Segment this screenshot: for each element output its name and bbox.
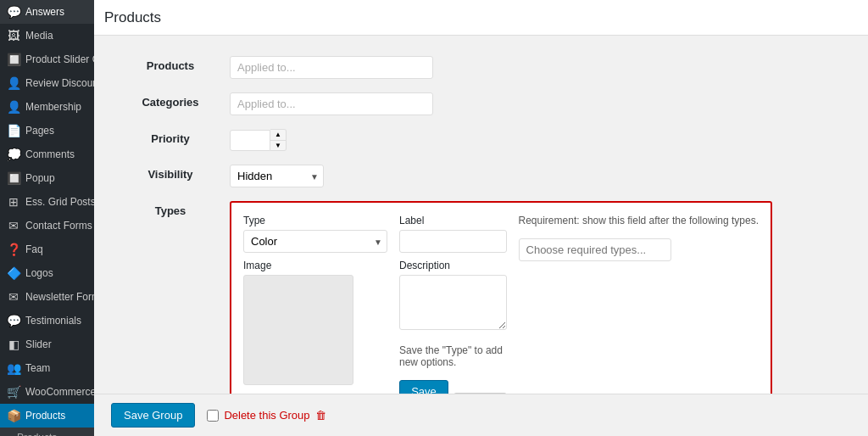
save-hint: Save the "Type" to add new options.: [399, 344, 507, 368]
sidebar-item-testimonials[interactable]: 💬 Testimonials: [0, 309, 94, 333]
sidebar-item-products[interactable]: 📦 Products: [0, 404, 94, 428]
sidebar-item-slider[interactable]: ◧ Slider: [0, 333, 94, 356]
sidebar-item-product-slider[interactable]: 🔲 Product Slider Carousel: [0, 48, 94, 71]
testimonials-icon: 💬: [7, 314, 20, 327]
faq-icon: ❓: [7, 243, 20, 256]
contact-forms-icon: ✉: [7, 219, 20, 232]
membership-icon: 👤: [7, 100, 20, 114]
sidebar-item-team[interactable]: 👥 Team: [0, 356, 94, 380]
sidebar-item-contact-forms[interactable]: ✉ Contact Forms: [0, 214, 94, 238]
pages-icon: 📄: [7, 124, 20, 137]
sidebar-item-label: Media: [25, 30, 53, 42]
priority-field-label: Priority: [111, 122, 230, 158]
products-submenu: Products Add Product Categories Tags: [0, 428, 94, 436]
type-field-group: Type Color Size Material Custom ▼: [243, 215, 387, 253]
sidebar: 💬 Answers 🖼 Media 🔲 Product Slider Carou…: [0, 0, 94, 436]
requirement-text: Requirement: show this field after the f…: [519, 215, 759, 226]
required-types-input[interactable]: [519, 238, 671, 261]
submenu-label: Products: [17, 432, 57, 436]
visibility-field-label: Visibility: [111, 158, 230, 194]
sidebar-item-label: Logos: [25, 267, 53, 279]
type-field-label: Type: [243, 215, 387, 226]
products-field-cell: [230, 49, 851, 86]
answers-icon: 💬: [7, 5, 20, 19]
popup-icon: 🔲: [7, 171, 20, 185]
label-field-label: Label: [399, 215, 507, 226]
sidebar-item-media[interactable]: 🖼 Media: [0, 24, 94, 48]
description-field-label: Description: [399, 260, 507, 271]
types-field-cell: Type Color Size Material Custom ▼: [230, 194, 851, 394]
sidebar-item-label: Popup: [25, 172, 55, 184]
main-area: Products Products Categories Priority: [94, 0, 868, 436]
label-input[interactable]: Colors: [399, 230, 507, 253]
sidebar-item-label: Products: [25, 410, 65, 422]
sidebar-item-popup[interactable]: 🔲 Popup: [0, 166, 94, 190]
sidebar-item-answers[interactable]: 💬 Answers: [0, 0, 94, 24]
image-placeholder[interactable]: [243, 275, 353, 385]
description-textarea[interactable]: [399, 275, 507, 330]
sidebar-item-label: Newsletter Form: [25, 291, 94, 303]
types-btn-group: Save New Type Cancel: [399, 380, 507, 394]
type-select-wrap: Color Size Material Custom ▼: [243, 230, 387, 253]
visibility-select[interactable]: Hidden Visible Search only Catalog only: [230, 165, 324, 187]
visibility-row: Visibility Hidden Visible Search only Ca…: [111, 158, 851, 194]
footer: Save Group Delete this Group 🗑: [94, 394, 868, 436]
delete-group-label[interactable]: Delete this Group: [224, 409, 309, 422]
sidebar-item-label: Pages: [25, 125, 54, 137]
sidebar-item-label: Comments: [25, 148, 75, 160]
sidebar-item-logos[interactable]: 🔷 Logos: [0, 261, 94, 285]
types-field-label: Types: [111, 194, 230, 394]
media-icon: 🖼: [7, 29, 20, 42]
sidebar-item-label: Review Discounts: [25, 77, 94, 89]
categories-field-label: Categories: [111, 86, 230, 122]
sidebar-item-faq[interactable]: ❓ Faq: [0, 238, 94, 261]
submenu-item-products[interactable]: Products: [0, 428, 94, 436]
save-new-type-button[interactable]: Save New Type: [399, 380, 448, 394]
product-slider-icon: 🔲: [7, 53, 20, 66]
visibility-field-cell: Hidden Visible Search only Catalog only …: [230, 158, 851, 194]
types-box: Type Color Size Material Custom ▼: [230, 201, 772, 394]
sidebar-item-comments[interactable]: 💭 Comments: [0, 143, 94, 166]
sidebar-item-review-discounts[interactable]: 👤 Review Discounts: [0, 71, 94, 95]
type-select[interactable]: Color Size Material Custom: [243, 230, 387, 253]
sidebar-item-ess-grid[interactable]: ⊞ Ess. Grid Posts: [0, 190, 94, 214]
woocommerce-icon: 🛒: [7, 385, 20, 399]
categories-row: Categories: [111, 86, 851, 122]
sidebar-item-label: Membership: [25, 101, 81, 113]
categories-input[interactable]: [230, 92, 433, 115]
image-field-group: Image: [243, 260, 387, 385]
sidebar-item-membership[interactable]: 👤 Membership: [0, 95, 94, 119]
ess-grid-icon: ⊞: [7, 195, 20, 209]
requirement-label: Requirement: show this field after the f…: [519, 215, 759, 226]
sidebar-item-woocommerce[interactable]: 🛒 WooCommerce: [0, 380, 94, 404]
sidebar-item-newsletter[interactable]: ✉ Newsletter Form: [0, 285, 94, 309]
visibility-select-wrap: Hidden Visible Search only Catalog only …: [230, 165, 324, 187]
label-field-group: Label Colors: [399, 215, 507, 253]
products-input[interactable]: [230, 56, 433, 79]
priority-field-cell: 0 ▲ ▼: [230, 122, 851, 158]
products-field-label: Products: [111, 49, 230, 86]
types-right-col: Requirement: show this field after the f…: [519, 215, 759, 394]
products-icon: 📦: [7, 409, 20, 422]
types-row: Types Type Color Size: [111, 194, 851, 394]
sidebar-item-pages[interactable]: 📄 Pages: [0, 119, 94, 143]
team-icon: 👥: [7, 361, 20, 375]
form-table: Products Categories Priority 0 ▲: [111, 49, 851, 394]
topbar: Products: [94, 0, 868, 36]
delete-group-wrap: Delete this Group 🗑: [207, 409, 326, 422]
priority-increment[interactable]: ▲: [270, 130, 286, 140]
sidebar-item-label: Slider: [25, 338, 52, 350]
delete-group-checkbox[interactable]: [207, 410, 219, 422]
types-middle-col: Label Colors Description Save the "Type"…: [399, 215, 507, 394]
comments-icon: 💭: [7, 148, 20, 161]
priority-decrement[interactable]: ▼: [270, 140, 286, 150]
save-group-button[interactable]: Save Group: [111, 403, 195, 428]
priority-row: Priority 0 ▲ ▼: [111, 122, 851, 158]
content-area: Products Categories Priority 0 ▲: [94, 36, 868, 394]
slider-icon: ◧: [7, 338, 20, 351]
types-left-col: Type Color Size Material Custom ▼: [243, 215, 387, 394]
categories-field-cell: [230, 86, 851, 122]
sidebar-item-label: Answers: [25, 6, 64, 18]
priority-input[interactable]: 0: [230, 130, 270, 151]
sidebar-item-label: WooCommerce: [25, 386, 94, 398]
